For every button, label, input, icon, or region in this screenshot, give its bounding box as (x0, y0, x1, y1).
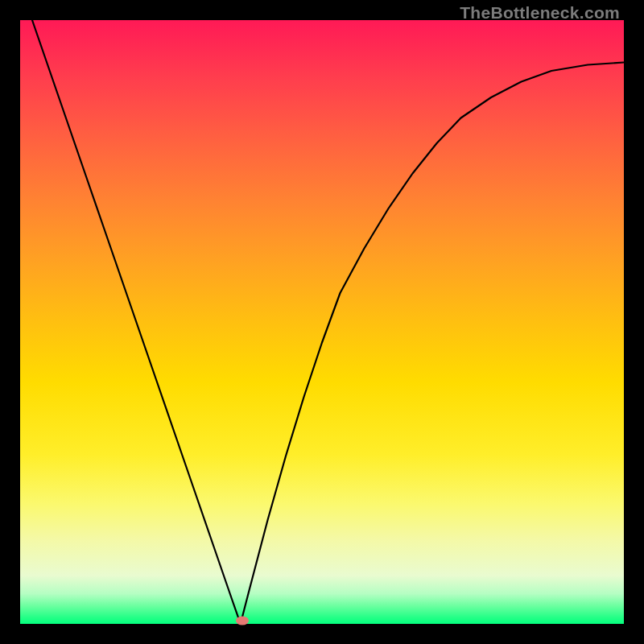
bottleneck-curve-line (32, 20, 624, 624)
minimum-marker (236, 617, 249, 625)
watermark-text: TheBottleneck.com (460, 3, 620, 23)
chart-svg (20, 20, 624, 624)
